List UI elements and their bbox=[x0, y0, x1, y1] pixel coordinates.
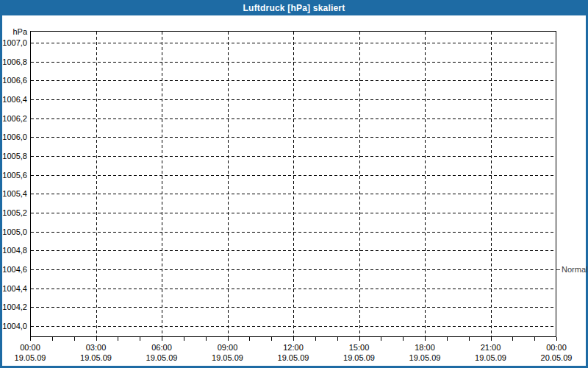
y-tick-label: 1005,2 bbox=[0, 208, 27, 218]
normal-annotation-label: Normal bbox=[562, 264, 587, 275]
chart-window: Luftdruck [hPa] skaliert hPa 1007,01006,… bbox=[0, 0, 588, 368]
x-tick-date-label: 19.05.09 bbox=[71, 353, 122, 363]
x-tick-date-label: 19.05.09 bbox=[136, 353, 187, 363]
x-axis-minor-tick bbox=[381, 337, 381, 341]
x-axis-minor-tick bbox=[359, 337, 360, 341]
x-tick-date-label: 20.05.09 bbox=[531, 353, 582, 363]
x-tick-date-label: 19.05.09 bbox=[465, 353, 517, 363]
x-tick-date-label: 19.05.09 bbox=[4, 353, 56, 363]
x-tick-time-label: 15:00 bbox=[334, 343, 385, 353]
y-tick-label: 1004,4 bbox=[0, 283, 27, 294]
y-tick-label: 1006,6 bbox=[0, 75, 27, 85]
x-axis-minor-tick bbox=[206, 337, 207, 341]
x-tick-time-label: 00:00 bbox=[531, 343, 582, 353]
x-tick-time-label: 21:00 bbox=[465, 343, 517, 353]
x-axis-minor-tick bbox=[534, 337, 535, 341]
title-bar: Luftdruck [hPa] skaliert bbox=[0, 0, 588, 15]
y-tick-label: 1004,0 bbox=[0, 321, 27, 331]
x-tick-date-label: 19.05.09 bbox=[268, 353, 319, 363]
x-tick-date-label: 19.05.09 bbox=[334, 353, 385, 363]
y-tick-label: 1006,4 bbox=[0, 94, 27, 105]
v-gridline bbox=[96, 32, 97, 336]
normal-marker-tick bbox=[556, 269, 560, 270]
x-axis-minor-tick bbox=[249, 337, 250, 341]
v-gridline bbox=[425, 32, 426, 336]
x-axis-minor-tick bbox=[469, 337, 470, 341]
x-axis-minor-tick bbox=[30, 337, 31, 341]
x-axis-minor-tick bbox=[491, 337, 492, 341]
y-tick-label: 1004,2 bbox=[0, 302, 27, 312]
x-axis-minor-tick bbox=[118, 337, 118, 341]
x-axis-minor-tick bbox=[293, 337, 294, 341]
x-tick-time-label: 09:00 bbox=[202, 343, 254, 353]
y-tick-label: 1004,6 bbox=[0, 264, 27, 275]
x-axis-minor-tick bbox=[162, 337, 162, 341]
x-axis-minor-tick bbox=[337, 337, 338, 341]
v-gridline bbox=[293, 32, 294, 336]
y-tick-label: 1005,4 bbox=[0, 188, 27, 199]
y-tick-label: 1006,8 bbox=[0, 57, 27, 67]
x-tick-time-label: 18:00 bbox=[399, 343, 451, 353]
x-axis-minor-tick bbox=[228, 337, 229, 341]
v-gridline bbox=[359, 32, 360, 336]
x-tick-date-label: 19.05.09 bbox=[399, 353, 451, 363]
y-tick-label: 1005,6 bbox=[0, 170, 27, 180]
x-axis-minor-tick bbox=[96, 337, 97, 341]
x-axis-minor-tick bbox=[447, 337, 448, 341]
x-axis-minor-tick bbox=[425, 337, 426, 341]
y-tick-label: 1004,8 bbox=[0, 245, 27, 255]
x-axis-minor-tick bbox=[74, 337, 75, 341]
v-gridline bbox=[228, 32, 229, 336]
y-tick-label: 1006,2 bbox=[0, 113, 27, 124]
x-tick-time-label: 06:00 bbox=[136, 343, 187, 353]
x-axis-minor-tick bbox=[140, 337, 140, 341]
x-tick-time-label: 03:00 bbox=[71, 343, 122, 353]
v-gridline bbox=[162, 32, 162, 336]
y-axis-unit-label: hPa bbox=[0, 26, 27, 37]
x-tick-date-label: 19.05.09 bbox=[202, 353, 254, 363]
x-tick-time-label: 12:00 bbox=[268, 343, 319, 353]
v-gridline bbox=[491, 32, 492, 336]
plot-area bbox=[30, 31, 556, 337]
x-axis-minor-tick bbox=[184, 337, 184, 341]
x-axis-minor-tick bbox=[403, 337, 404, 341]
x-axis-minor-tick bbox=[556, 337, 557, 341]
y-tick-label: 1005,0 bbox=[0, 227, 27, 237]
x-axis-minor-tick bbox=[271, 337, 272, 341]
x-axis-minor-tick bbox=[512, 337, 513, 341]
x-axis-minor-tick bbox=[315, 337, 316, 341]
x-tick-time-label: 00:00 bbox=[4, 343, 56, 353]
y-tick-label: 1006,0 bbox=[0, 132, 27, 142]
y-tick-label: 1005,8 bbox=[0, 151, 27, 161]
window-title: Luftdruck [hPa] skaliert bbox=[243, 3, 345, 13]
x-axis-minor-tick bbox=[52, 337, 53, 341]
y-tick-label: 1007,0 bbox=[0, 38, 27, 48]
